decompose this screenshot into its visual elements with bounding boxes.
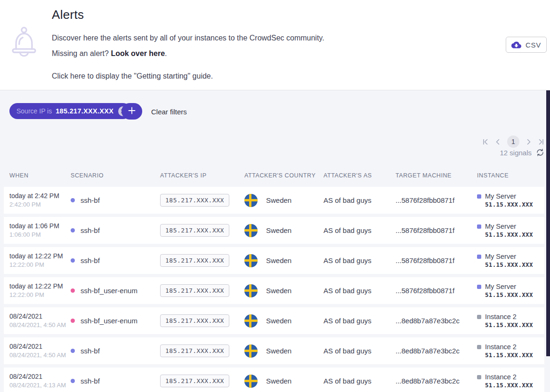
filter-chip-source-ip[interactable]: Source IP is 185.217.XXX.XXX: [9, 103, 131, 119]
scenario-dot: [71, 258, 75, 263]
country-name: Sweden: [266, 196, 291, 204]
missing-alert-line: Missing an alert? Look over here.: [52, 49, 167, 58]
instance-name: Instance 2: [485, 373, 517, 381]
when-cell: 08/24/2021 08/24/2021, 4:50 AM: [9, 312, 71, 329]
alert-time: 08/24/2021: [9, 342, 71, 351]
table-row[interactable]: 08/24/2021 08/24/2021, 4:50 AM ssh-bf 18…: [4, 337, 544, 364]
country-name: Sweden: [266, 287, 291, 295]
instance-ip: 51.15.XXX.XXX: [485, 352, 544, 359]
country-cell: Sweden: [244, 375, 324, 388]
column-header[interactable]: ATTACKER'S COUNTRY: [244, 172, 324, 179]
attacker-ip-cell: 185.217.XXX.XXX: [160, 284, 244, 297]
column-header[interactable]: ATTACKER'S AS: [324, 172, 396, 179]
csv-button-label: CSV: [526, 41, 541, 49]
attacker-as: AS of bad guys: [324, 377, 396, 385]
sweden-flag-icon: [244, 194, 258, 207]
last-page-icon[interactable]: [538, 139, 544, 145]
table-row[interactable]: 08/24/2021 08/24/2021, 4:50 AM ssh-bf_us…: [4, 307, 544, 334]
sweden-flag-icon: [244, 224, 258, 237]
when-cell: today at 1:06 PM 1:06:00 PM: [9, 222, 71, 239]
scenario-dot: [71, 228, 75, 232]
column-header[interactable]: INSTANCE: [477, 172, 544, 179]
scenario-name: ssh-bf: [81, 226, 100, 234]
scenario-cell: ssh-bf: [71, 196, 160, 204]
table-row[interactable]: today at 1:06 PM 1:06:00 PM ssh-bf 185.2…: [4, 217, 544, 244]
scenario-name: ssh-bf_user-enum: [81, 317, 138, 325]
alert-time: 08/24/2021: [9, 312, 71, 321]
when-cell: 08/24/2021 08/24/2021, 4:50 AM: [9, 342, 71, 359]
instance-name: My Server: [485, 283, 516, 290]
column-header[interactable]: ATTACKER'S IP: [160, 172, 244, 179]
instance-cell: My Server 51.15.XXX.XXX: [477, 283, 544, 298]
add-filter-button[interactable]: [121, 103, 142, 120]
table-header: WHENSCENARIOATTACKER'S IPATTACKER'S COUN…: [4, 168, 544, 183]
target-machine: ...8ed8b7a87e3bc2c: [396, 377, 477, 385]
instance-square-icon: [477, 285, 481, 289]
table-row[interactable]: today at 12:22 PM 12:22:00 PM ssh-bf_use…: [4, 277, 544, 304]
scenario-name: ssh-bf: [81, 347, 100, 355]
alert-time-detail: 08/24/2021, 4:50 AM: [9, 351, 71, 360]
sweden-flag-icon: [244, 254, 258, 267]
attacker-ip-cell: 185.217.XXX.XXX: [160, 375, 244, 387]
instance-name: My Server: [485, 223, 516, 230]
sweden-flag-icon: [244, 344, 258, 358]
attacker-ip-cell: 185.217.XXX.XXX: [160, 224, 244, 237]
alert-time-detail: 08/24/2021, 4:13 AM: [9, 381, 71, 390]
csv-export-button[interactable]: CSV: [506, 37, 547, 53]
attacker-ip-value[interactable]: 185.217.XXX.XXX: [160, 314, 229, 327]
instance-cell: Instance 2 51.15.XXX.XXX: [477, 373, 544, 389]
country-cell: Sweden: [244, 224, 324, 237]
filter-chip-label: Source IP is: [16, 107, 52, 115]
scenario-name: ssh-bf: [81, 256, 100, 264]
scenario-cell: ssh-bf: [71, 377, 160, 385]
scrollbar-thumb[interactable]: [546, 90, 550, 356]
column-header[interactable]: SCENARIO: [71, 172, 160, 179]
scenario-dot: [71, 349, 75, 353]
column-header[interactable]: TARGET MACHINE: [396, 172, 477, 179]
scenario-dot: [71, 198, 75, 202]
scenario-cell: ssh-bf: [71, 256, 160, 264]
attacker-as: AS of bad guys: [324, 287, 396, 295]
sweden-flag-icon: [244, 375, 258, 388]
missing-alert-period: .: [165, 49, 167, 57]
country-name: Sweden: [266, 317, 291, 325]
refresh-icon[interactable]: [536, 148, 544, 157]
attacker-ip-value[interactable]: 185.217.XXX.XXX: [160, 284, 229, 297]
current-page-indicator[interactable]: 1: [507, 136, 519, 148]
attacker-ip-value[interactable]: 185.217.XXX.XXX: [160, 224, 229, 237]
previous-page-icon[interactable]: [495, 139, 500, 145]
table-row[interactable]: 08/24/2021 08/24/2021, 4:13 AM ssh-bf 18…: [4, 368, 544, 392]
plus-icon: [128, 107, 136, 114]
getting-started-link[interactable]: Click here to display the "Getting start…: [52, 72, 213, 80]
attacker-ip-cell: 185.217.XXX.XXX: [160, 254, 244, 267]
instance-name: Instance 2: [485, 343, 517, 351]
country-name: Sweden: [266, 347, 291, 355]
look-over-here-link[interactable]: Look over here: [111, 49, 165, 57]
attacker-ip-value[interactable]: 185.217.XXX.XXX: [160, 194, 229, 207]
country-cell: Sweden: [244, 284, 324, 297]
scenario-dot: [71, 319, 75, 323]
when-cell: today at 12:22 PM 12:22:00 PM: [9, 252, 71, 269]
column-header[interactable]: WHEN: [9, 172, 71, 179]
first-page-icon[interactable]: [482, 139, 488, 145]
instance-square-icon: [477, 345, 481, 349]
table-row[interactable]: today at 12:22 PM 12:22:00 PM ssh-bf 185…: [4, 247, 544, 274]
scenario-dot: [71, 288, 75, 293]
alerts-page: Alerts Discover here the alerts sent by …: [0, 0, 550, 392]
next-page-icon[interactable]: [526, 139, 531, 145]
attacker-ip-cell: 185.217.XXX.XXX: [160, 344, 244, 357]
alert-time: today at 2:42 PM: [9, 192, 71, 200]
signals-count-label: 12 signals: [500, 149, 532, 157]
instance-cell: My Server 51.15.XXX.XXX: [477, 223, 544, 238]
clear-filters-button[interactable]: Clear filters: [151, 108, 187, 116]
attacker-ip-value[interactable]: 185.217.XXX.XXX: [160, 344, 229, 357]
page-description: Discover here the alerts sent by all of …: [52, 34, 324, 42]
cloud-download-icon: [511, 41, 521, 48]
attacker-ip-value[interactable]: 185.217.XXX.XXX: [160, 254, 229, 267]
table-row[interactable]: today at 2:42 PM 2:42:00 PM ssh-bf 185.2…: [4, 187, 544, 214]
scenario-name: ssh-bf_user-enum: [81, 287, 138, 295]
instance-name: My Server: [485, 192, 516, 200]
attacker-ip-value[interactable]: 185.217.XXX.XXX: [160, 375, 229, 387]
target-machine: ...5876f28fbb0871f: [396, 196, 477, 204]
instance-square-icon: [477, 375, 481, 379]
